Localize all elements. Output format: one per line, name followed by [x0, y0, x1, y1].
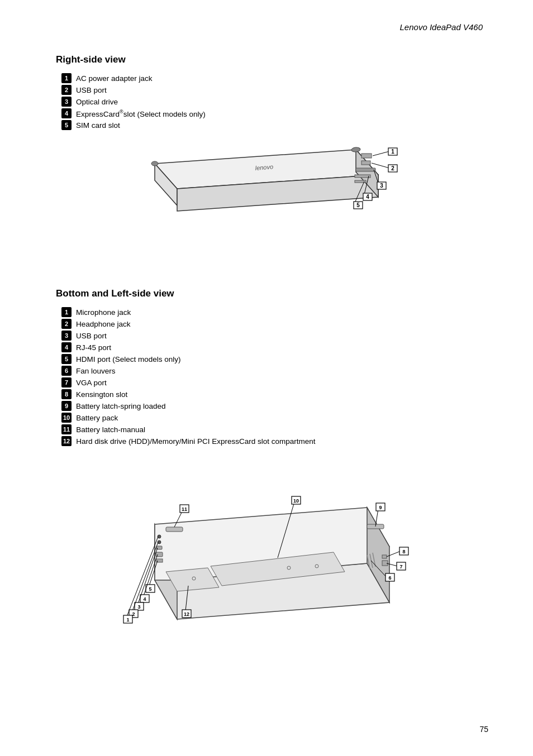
item-label: ExpressCard®slot (Select models only) [76, 109, 206, 118]
item-badge-b9: 9 [61, 401, 72, 411]
item-badge-4: 4 [61, 108, 72, 118]
svg-text:1: 1 [391, 149, 394, 155]
item-badge-b10: 10 [61, 413, 72, 423]
bottom-left-title: Bottom and Left-side view [56, 288, 488, 299]
item-label: RJ-45 port [76, 343, 111, 352]
item-badge-b5: 5 [61, 354, 72, 364]
item-badge-b8: 8 [61, 389, 72, 399]
list-item: 5 HDMI port (Select models only) [61, 354, 488, 364]
item-label: Optical drive [76, 98, 118, 106]
bottom-left-section: Bottom and Left-side view 1 Microphone j… [56, 288, 488, 638]
list-item: 2 Headphone jack [61, 319, 488, 329]
svg-rect-45 [382, 555, 387, 558]
item-label: AC power adapter jack [76, 74, 153, 83]
item-label: VGA port [76, 379, 107, 387]
list-item: 12 Hard disk drive (HDD)/Memory/Mini PCI… [61, 436, 488, 446]
svg-rect-44 [382, 561, 388, 566]
svg-rect-6 [361, 161, 370, 165]
svg-line-15 [372, 163, 389, 168]
svg-text:2: 2 [391, 165, 394, 171]
page-number: 75 [479, 725, 488, 734]
item-label: Hard disk drive (HDD)/Memory/Mini PCI Ex… [76, 437, 315, 446]
svg-text:4: 4 [366, 194, 369, 200]
bottom-side-diagram: 11 10 9 8 7 [116, 457, 429, 638]
item-label: Battery latch-spring loaded [76, 402, 166, 410]
page-container: Lenovo IdeaPad V460 Right-side view 1 AC… [0, 0, 533, 756]
right-side-title: Right-side view [56, 54, 488, 65]
svg-text:12: 12 [184, 611, 189, 617]
item-badge-1: 1 [61, 73, 72, 83]
item-badge-b7: 7 [61, 377, 72, 387]
item-label: SIM card slot [76, 121, 120, 130]
item-label: Headphone jack [76, 320, 131, 328]
item-badge-b12: 12 [61, 436, 72, 446]
svg-text:4: 4 [143, 596, 146, 602]
item-badge-b1: 1 [61, 307, 72, 317]
svg-rect-8 [355, 175, 370, 178]
list-item: 5 SIM card slot [61, 120, 488, 130]
right-side-diagram: lenovo [132, 141, 412, 266]
svg-line-12 [373, 151, 389, 156]
item-label: HDMI port (Select models only) [76, 355, 181, 363]
svg-text:7: 7 [399, 564, 402, 570]
list-item: 8 Kensington slot [61, 389, 488, 399]
svg-text:8: 8 [402, 549, 405, 554]
item-badge-b4: 4 [61, 342, 72, 352]
list-item: 4 RJ-45 port [61, 342, 488, 352]
svg-text:1: 1 [126, 617, 129, 623]
list-item: 6 Fan louvers [61, 366, 488, 376]
list-item: 2 USB port [61, 85, 488, 95]
svg-point-11 [351, 147, 361, 152]
item-badge-b6: 6 [61, 366, 72, 376]
right-side-section: Right-side view 1 AC power adapter jack … [56, 54, 488, 266]
list-item: 11 Battery latch-manual [61, 424, 488, 434]
item-badge-b3: 3 [61, 331, 72, 341]
item-badge-5: 5 [61, 120, 72, 130]
item-badge-2: 2 [61, 85, 72, 95]
list-item: 10 Battery pack [61, 413, 488, 423]
item-label: Battery latch-manual [76, 425, 145, 434]
svg-text:5: 5 [149, 586, 151, 592]
svg-rect-5 [361, 154, 372, 158]
item-label: Kensington slot [76, 390, 127, 399]
list-item: 9 Battery latch-spring loaded [61, 401, 488, 411]
item-badge-b2: 2 [61, 319, 72, 329]
item-label: Fan louvers [76, 367, 116, 375]
item-badge-b11: 11 [61, 424, 72, 434]
svg-rect-7 [356, 168, 375, 171]
svg-text:5: 5 [356, 202, 360, 208]
svg-point-10 [151, 161, 158, 166]
list-item: 7 VGA port [61, 377, 488, 387]
list-item: 3 USB port [61, 331, 488, 341]
svg-text:9: 9 [379, 505, 382, 510]
bottom-left-list: 1 Microphone jack 2 Headphone jack 3 USB… [56, 307, 488, 446]
item-label: USB port [76, 332, 107, 340]
item-label: Microphone jack [76, 308, 131, 317]
svg-text:3: 3 [380, 183, 383, 189]
item-label: Battery pack [76, 414, 118, 422]
page-header-title: Lenovo IdeaPad V460 [56, 22, 488, 32]
bottom-side-svg: 11 10 9 8 7 [116, 457, 429, 636]
list-item: 1 AC power adapter jack [61, 73, 488, 83]
right-side-svg: lenovo [132, 141, 401, 264]
svg-text:10: 10 [293, 498, 299, 504]
svg-text:6: 6 [388, 575, 391, 581]
svg-rect-47 [166, 527, 183, 532]
list-item: 4 ExpressCard®slot (Select models only) [61, 108, 488, 118]
svg-text:3: 3 [137, 604, 140, 610]
item-label: USB port [76, 86, 107, 94]
item-badge-3: 3 [61, 97, 72, 107]
list-item: 1 Microphone jack [61, 307, 488, 317]
svg-text:11: 11 [182, 506, 187, 512]
list-item: 3 Optical drive [61, 97, 488, 107]
right-side-list: 1 AC power adapter jack 2 USB port 3 Opt… [56, 73, 488, 130]
